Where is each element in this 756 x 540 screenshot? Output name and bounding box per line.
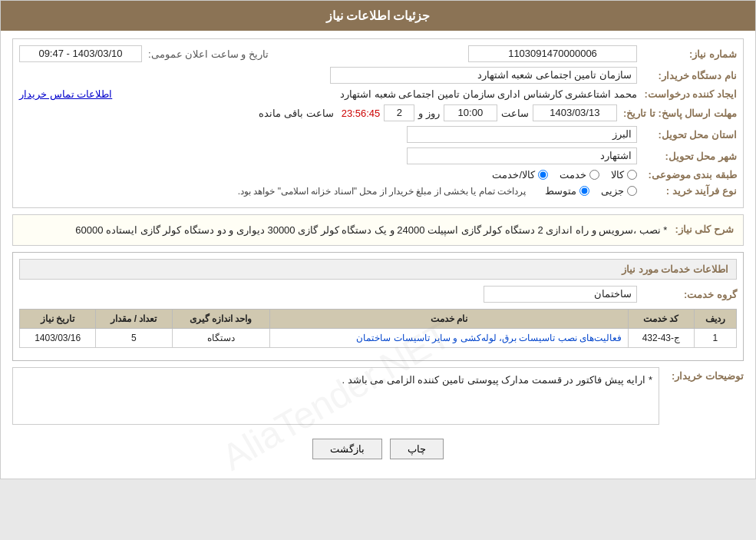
deadline-date: 1403/03/13 [533, 104, 617, 121]
category-option-kala[interactable]: کالا [611, 169, 637, 181]
general-description-box: شرح کلی نیاز: * نصب ،سرویس و راه اندازی … [12, 214, 744, 246]
general-desc-label: شرح کلی نیاز: [675, 221, 734, 239]
creator-label: ایجاد کننده درخواست: [637, 88, 737, 100]
button-row: چاپ بازگشت [12, 431, 744, 471]
general-desc-value: * نصب ،سرویس و راه اندازی 2 دستگاه کولر … [22, 221, 667, 239]
province-label: استان محل تحویل: [637, 129, 737, 141]
back-button[interactable]: بازگشت [312, 439, 382, 459]
col-servicename: نام خدمت [269, 310, 628, 329]
cell-rownum: 1 [694, 329, 736, 348]
col-date: تاریخ نیاز [20, 310, 96, 329]
city-row: شهر محل تحویل: اشتهارد [19, 147, 737, 164]
cell-quantity: 5 [96, 329, 172, 348]
need-number-label: شماره نیاز: [637, 48, 737, 60]
col-quantity: تعداد / مقدار [96, 310, 172, 329]
buyer-notes-text: * ارایه پیش فاکتور در قسمت مدارک پیوستی … [19, 374, 652, 386]
process-radio-motavasset[interactable] [579, 186, 589, 196]
page-title: جزئیات اطلاعات نیاز [326, 9, 431, 22]
need-number-row: شماره نیاز: 1103091470000006 تاریخ و ساع… [19, 45, 737, 62]
top-info-section: شماره نیاز: 1103091470000006 تاریخ و ساع… [12, 38, 744, 208]
buyer-label: نام دستگاه خریدار: [637, 70, 737, 81]
main-content: شماره نیاز: 1103091470000006 تاریخ و ساع… [1, 31, 755, 479]
buyer-notes-section: توضیحات خریدار: * ارایه پیش فاکتور در قس… [12, 367, 744, 425]
table-row: 1 ج-43-432 فعالیت‌های نصب تاسیسات برق، ل… [20, 329, 737, 348]
deadline-days-label: روز و [414, 108, 444, 119]
category-row: طبقه بندی موضوعی: کالا خدمت کالا/خدمت [19, 169, 737, 181]
city-value: اشتهارد [407, 147, 637, 164]
col-rownum: ردیف [694, 310, 736, 329]
buyer-notes-label: توضیحات خریدار: [667, 367, 744, 382]
category-option-khedmat[interactable]: خدمت [560, 169, 599, 181]
deadline-row: مهلت ارسال پاسخ: تا تاریخ: 1403/03/13 سا… [19, 104, 737, 121]
cell-servicename: فعالیت‌های نصب تاسیسات برق، لوله‌کشی و س… [269, 329, 628, 348]
cell-unit: دستگاه [172, 329, 269, 348]
process-type-row: نوع فرآیند خرید : جزیی متوسط پرداخت تمام… [19, 185, 737, 197]
services-table: ردیف کد خدمت نام خدمت واحد اندازه گیری ت… [19, 309, 737, 348]
buyer-value: سازمان تامین اجتماعی شعبه اشتهارد [330, 67, 637, 84]
notes-area: * ارایه پیش فاکتور در قسمت مدارک پیوستی … [12, 367, 659, 425]
deadline-remaining-label: ساعت باقی مانده [255, 108, 337, 119]
category-label: طبقه بندی موضوعی: [637, 169, 737, 181]
contact-link[interactable]: اطلاعات تماس خریدار [19, 88, 112, 100]
deadline-label: مهلت ارسال پاسخ: تا تاریخ: [617, 108, 737, 119]
cell-code: ج-43-432 [629, 329, 695, 348]
process-option-jazii[interactable]: جزیی [601, 185, 637, 197]
category-radio-khedmat[interactable] [589, 170, 599, 180]
category-radio-both[interactable] [538, 170, 548, 180]
col-unit: واحد اندازه گیری [172, 310, 269, 329]
deadline-time: 10:00 [444, 104, 497, 121]
need-number-value: 1103091470000006 [468, 45, 637, 62]
services-section: اطلاعات خدمات مورد نیاز گروه خدمت: ساختم… [12, 252, 744, 361]
col-code: کد خدمت [629, 310, 695, 329]
services-table-section: ردیف کد خدمت نام خدمت واحد اندازه گیری ت… [19, 309, 737, 348]
service-group-row: گروه خدمت: ساختمان [19, 286, 737, 303]
announce-value: 1403/03/10 - 09:47 [19, 45, 142, 62]
category-radio-group: کالا خدمت کالا/خدمت [492, 169, 637, 181]
announce-label: تاریخ و ساعت اعلان عمومی: [142, 48, 269, 60]
process-radio-jazii[interactable] [627, 186, 637, 196]
process-note: پرداخت تمام یا بخشی از مبلغ خریدار از مح… [19, 186, 526, 197]
page-header: جزئیات اطلاعات نیاز [1, 1, 755, 31]
process-option-motavasset[interactable]: متوسط [545, 185, 589, 197]
general-desc-row: شرح کلی نیاز: * نصب ،سرویس و راه اندازی … [22, 221, 734, 239]
category-option-both[interactable]: کالا/خدمت [492, 169, 548, 181]
deadline-remaining: 23:56:45 [338, 108, 385, 119]
deadline-time-label: ساعت [497, 108, 533, 119]
creator-value: محمد اشتاعشری کارشناس اداری سازمان تامین… [120, 88, 637, 100]
cell-date: 1403/03/16 [20, 329, 96, 348]
deadline-days: 2 [384, 104, 414, 121]
page-wrapper: جزئیات اطلاعات نیاز شماره نیاز: 11030914… [0, 0, 756, 479]
process-radio-group: جزیی متوسط [545, 185, 637, 197]
province-value: البرز [407, 126, 637, 143]
service-group-value: ساختمان [484, 286, 637, 303]
service-group-label: گروه خدمت: [637, 289, 737, 300]
process-label: نوع فرآیند خرید : [637, 185, 737, 197]
print-button[interactable]: چاپ [390, 439, 444, 459]
city-label: شهر محل تحویل: [637, 151, 737, 162]
services-title: اطلاعات خدمات مورد نیاز [19, 259, 737, 280]
buyer-row: نام دستگاه خریدار: سازمان تامین اجتماعی … [19, 67, 737, 84]
category-radio-kala[interactable] [627, 170, 637, 180]
province-row: استان محل تحویل: البرز [19, 126, 737, 143]
creator-row: ایجاد کننده درخواست: محمد اشتاعشری کارشن… [19, 88, 737, 100]
